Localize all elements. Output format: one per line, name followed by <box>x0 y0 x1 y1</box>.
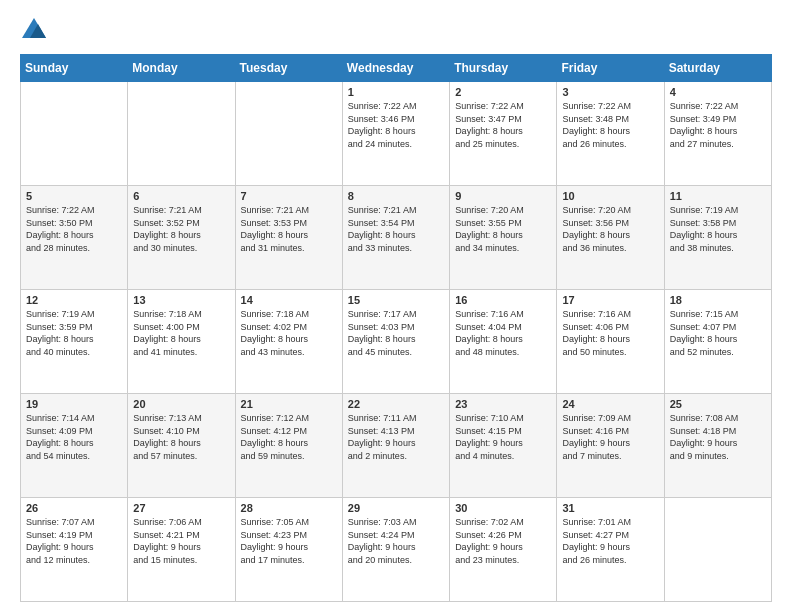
day-cell: 8Sunrise: 7:21 AM Sunset: 3:54 PM Daylig… <box>342 186 449 290</box>
week-row-3: 12Sunrise: 7:19 AM Sunset: 3:59 PM Dayli… <box>21 290 772 394</box>
day-cell: 24Sunrise: 7:09 AM Sunset: 4:16 PM Dayli… <box>557 394 664 498</box>
day-number: 3 <box>562 86 658 98</box>
day-cell: 17Sunrise: 7:16 AM Sunset: 4:06 PM Dayli… <box>557 290 664 394</box>
day-info: Sunrise: 7:08 AM Sunset: 4:18 PM Dayligh… <box>670 412 766 462</box>
weekday-header-friday: Friday <box>557 55 664 82</box>
weekday-header-monday: Monday <box>128 55 235 82</box>
day-number: 5 <box>26 190 122 202</box>
day-info: Sunrise: 7:22 AM Sunset: 3:46 PM Dayligh… <box>348 100 444 150</box>
day-info: Sunrise: 7:18 AM Sunset: 4:00 PM Dayligh… <box>133 308 229 358</box>
day-number: 20 <box>133 398 229 410</box>
day-info: Sunrise: 7:11 AM Sunset: 4:13 PM Dayligh… <box>348 412 444 462</box>
day-cell: 31Sunrise: 7:01 AM Sunset: 4:27 PM Dayli… <box>557 498 664 602</box>
day-info: Sunrise: 7:09 AM Sunset: 4:16 PM Dayligh… <box>562 412 658 462</box>
day-number: 13 <box>133 294 229 306</box>
day-info: Sunrise: 7:12 AM Sunset: 4:12 PM Dayligh… <box>241 412 337 462</box>
day-info: Sunrise: 7:21 AM Sunset: 3:54 PM Dayligh… <box>348 204 444 254</box>
day-cell <box>128 82 235 186</box>
day-cell: 19Sunrise: 7:14 AM Sunset: 4:09 PM Dayli… <box>21 394 128 498</box>
day-number: 22 <box>348 398 444 410</box>
day-cell: 29Sunrise: 7:03 AM Sunset: 4:24 PM Dayli… <box>342 498 449 602</box>
week-row-4: 19Sunrise: 7:14 AM Sunset: 4:09 PM Dayli… <box>21 394 772 498</box>
day-cell: 2Sunrise: 7:22 AM Sunset: 3:47 PM Daylig… <box>450 82 557 186</box>
day-number: 2 <box>455 86 551 98</box>
day-info: Sunrise: 7:20 AM Sunset: 3:55 PM Dayligh… <box>455 204 551 254</box>
day-info: Sunrise: 7:22 AM Sunset: 3:49 PM Dayligh… <box>670 100 766 150</box>
day-cell: 11Sunrise: 7:19 AM Sunset: 3:58 PM Dayli… <box>664 186 771 290</box>
day-number: 27 <box>133 502 229 514</box>
week-row-5: 26Sunrise: 7:07 AM Sunset: 4:19 PM Dayli… <box>21 498 772 602</box>
day-cell: 15Sunrise: 7:17 AM Sunset: 4:03 PM Dayli… <box>342 290 449 394</box>
day-number: 11 <box>670 190 766 202</box>
day-number: 16 <box>455 294 551 306</box>
day-number: 15 <box>348 294 444 306</box>
day-cell: 9Sunrise: 7:20 AM Sunset: 3:55 PM Daylig… <box>450 186 557 290</box>
day-number: 28 <box>241 502 337 514</box>
day-info: Sunrise: 7:20 AM Sunset: 3:56 PM Dayligh… <box>562 204 658 254</box>
day-cell: 10Sunrise: 7:20 AM Sunset: 3:56 PM Dayli… <box>557 186 664 290</box>
day-cell: 12Sunrise: 7:19 AM Sunset: 3:59 PM Dayli… <box>21 290 128 394</box>
day-cell: 16Sunrise: 7:16 AM Sunset: 4:04 PM Dayli… <box>450 290 557 394</box>
day-number: 24 <box>562 398 658 410</box>
day-number: 9 <box>455 190 551 202</box>
day-number: 30 <box>455 502 551 514</box>
day-cell: 4Sunrise: 7:22 AM Sunset: 3:49 PM Daylig… <box>664 82 771 186</box>
day-number: 21 <box>241 398 337 410</box>
day-info: Sunrise: 7:19 AM Sunset: 3:59 PM Dayligh… <box>26 308 122 358</box>
day-cell: 7Sunrise: 7:21 AM Sunset: 3:53 PM Daylig… <box>235 186 342 290</box>
day-cell <box>21 82 128 186</box>
day-cell: 23Sunrise: 7:10 AM Sunset: 4:15 PM Dayli… <box>450 394 557 498</box>
day-cell <box>235 82 342 186</box>
day-info: Sunrise: 7:21 AM Sunset: 3:53 PM Dayligh… <box>241 204 337 254</box>
day-cell: 20Sunrise: 7:13 AM Sunset: 4:10 PM Dayli… <box>128 394 235 498</box>
day-cell: 27Sunrise: 7:06 AM Sunset: 4:21 PM Dayli… <box>128 498 235 602</box>
day-number: 29 <box>348 502 444 514</box>
day-number: 8 <box>348 190 444 202</box>
day-info: Sunrise: 7:01 AM Sunset: 4:27 PM Dayligh… <box>562 516 658 566</box>
day-cell: 3Sunrise: 7:22 AM Sunset: 3:48 PM Daylig… <box>557 82 664 186</box>
day-info: Sunrise: 7:03 AM Sunset: 4:24 PM Dayligh… <box>348 516 444 566</box>
calendar-table: SundayMondayTuesdayWednesdayThursdayFrid… <box>20 54 772 602</box>
day-cell: 26Sunrise: 7:07 AM Sunset: 4:19 PM Dayli… <box>21 498 128 602</box>
day-info: Sunrise: 7:16 AM Sunset: 4:04 PM Dayligh… <box>455 308 551 358</box>
day-info: Sunrise: 7:18 AM Sunset: 4:02 PM Dayligh… <box>241 308 337 358</box>
day-number: 4 <box>670 86 766 98</box>
day-info: Sunrise: 7:07 AM Sunset: 4:19 PM Dayligh… <box>26 516 122 566</box>
day-info: Sunrise: 7:17 AM Sunset: 4:03 PM Dayligh… <box>348 308 444 358</box>
day-number: 1 <box>348 86 444 98</box>
weekday-header-saturday: Saturday <box>664 55 771 82</box>
day-number: 14 <box>241 294 337 306</box>
weekday-header-thursday: Thursday <box>450 55 557 82</box>
day-cell: 18Sunrise: 7:15 AM Sunset: 4:07 PM Dayli… <box>664 290 771 394</box>
day-info: Sunrise: 7:05 AM Sunset: 4:23 PM Dayligh… <box>241 516 337 566</box>
day-info: Sunrise: 7:10 AM Sunset: 4:15 PM Dayligh… <box>455 412 551 462</box>
day-cell: 21Sunrise: 7:12 AM Sunset: 4:12 PM Dayli… <box>235 394 342 498</box>
day-info: Sunrise: 7:22 AM Sunset: 3:50 PM Dayligh… <box>26 204 122 254</box>
day-info: Sunrise: 7:22 AM Sunset: 3:47 PM Dayligh… <box>455 100 551 150</box>
day-info: Sunrise: 7:14 AM Sunset: 4:09 PM Dayligh… <box>26 412 122 462</box>
day-info: Sunrise: 7:06 AM Sunset: 4:21 PM Dayligh… <box>133 516 229 566</box>
day-number: 18 <box>670 294 766 306</box>
day-cell: 1Sunrise: 7:22 AM Sunset: 3:46 PM Daylig… <box>342 82 449 186</box>
day-info: Sunrise: 7:21 AM Sunset: 3:52 PM Dayligh… <box>133 204 229 254</box>
week-row-1: 1Sunrise: 7:22 AM Sunset: 3:46 PM Daylig… <box>21 82 772 186</box>
day-cell: 5Sunrise: 7:22 AM Sunset: 3:50 PM Daylig… <box>21 186 128 290</box>
day-number: 26 <box>26 502 122 514</box>
day-info: Sunrise: 7:19 AM Sunset: 3:58 PM Dayligh… <box>670 204 766 254</box>
weekday-header-wednesday: Wednesday <box>342 55 449 82</box>
logo-icon <box>20 16 48 44</box>
day-number: 7 <box>241 190 337 202</box>
day-cell: 25Sunrise: 7:08 AM Sunset: 4:18 PM Dayli… <box>664 394 771 498</box>
day-number: 10 <box>562 190 658 202</box>
day-cell: 14Sunrise: 7:18 AM Sunset: 4:02 PM Dayli… <box>235 290 342 394</box>
weekday-header-row: SundayMondayTuesdayWednesdayThursdayFrid… <box>21 55 772 82</box>
day-info: Sunrise: 7:16 AM Sunset: 4:06 PM Dayligh… <box>562 308 658 358</box>
day-cell <box>664 498 771 602</box>
day-cell: 22Sunrise: 7:11 AM Sunset: 4:13 PM Dayli… <box>342 394 449 498</box>
day-info: Sunrise: 7:22 AM Sunset: 3:48 PM Dayligh… <box>562 100 658 150</box>
day-cell: 13Sunrise: 7:18 AM Sunset: 4:00 PM Dayli… <box>128 290 235 394</box>
day-info: Sunrise: 7:02 AM Sunset: 4:26 PM Dayligh… <box>455 516 551 566</box>
day-number: 19 <box>26 398 122 410</box>
day-cell: 6Sunrise: 7:21 AM Sunset: 3:52 PM Daylig… <box>128 186 235 290</box>
day-number: 12 <box>26 294 122 306</box>
